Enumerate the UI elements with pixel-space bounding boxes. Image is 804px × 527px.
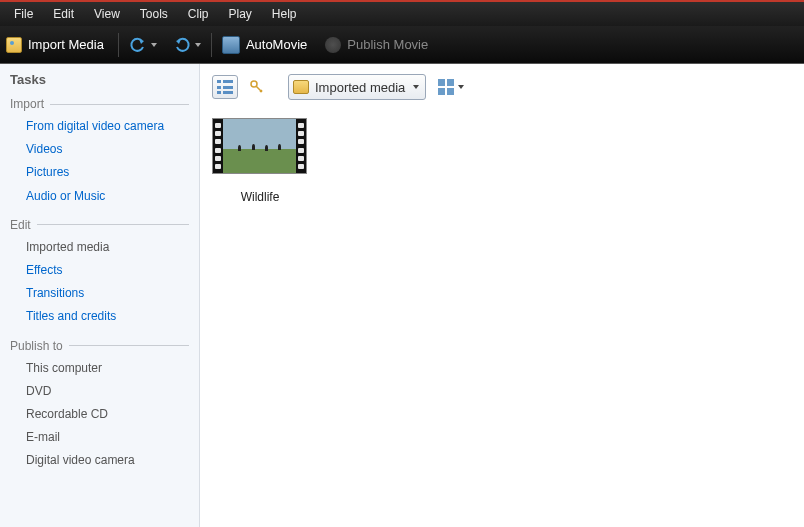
content-toolbar: Imported media [212, 74, 792, 100]
task-item[interactable]: Imported media [10, 236, 189, 259]
task-item[interactable]: Pictures [10, 161, 189, 184]
chevron-down-icon [413, 85, 419, 89]
task-item[interactable]: E-mail [10, 426, 189, 449]
clip-item[interactable]: Wildlife [212, 118, 308, 204]
chevron-down-icon [458, 85, 464, 89]
menu-edit[interactable]: Edit [43, 4, 84, 24]
thumbnails-icon [438, 79, 454, 95]
clip-label: Wildlife [212, 190, 308, 204]
task-item[interactable]: This computer [10, 357, 189, 380]
toolbar-separator [211, 33, 212, 57]
automovie-button[interactable]: AutoMovie [222, 36, 311, 54]
publish-movie-button[interactable]: Publish Movie [325, 37, 432, 53]
task-item[interactable]: Recordable CD [10, 403, 189, 426]
main-area: Tasks ImportFrom digital video cameraVid… [0, 64, 804, 527]
location-dropdown-label: Imported media [315, 80, 405, 95]
redo-icon [173, 36, 191, 54]
task-group-header: Edit [10, 218, 189, 232]
view-switcher[interactable] [438, 79, 464, 95]
import-media-button[interactable]: Import Media [6, 37, 108, 53]
import-media-label: Import Media [24, 37, 108, 52]
menu-clip[interactable]: Clip [178, 4, 219, 24]
divider [50, 104, 189, 105]
location-dropdown[interactable]: Imported media [288, 74, 426, 100]
redo-button[interactable] [173, 36, 201, 54]
task-group-label: Import [10, 97, 44, 111]
undo-dropdown-icon[interactable] [151, 43, 157, 47]
split-icon [249, 79, 265, 95]
undo-icon [129, 36, 147, 54]
details-icon [217, 80, 233, 94]
tasks-title: Tasks [10, 72, 189, 87]
task-item[interactable]: Digital video camera [10, 449, 189, 472]
menu-help[interactable]: Help [262, 4, 307, 24]
task-item[interactable]: Audio or Music [10, 185, 189, 208]
menubar: File Edit View Tools Clip Play Help [0, 2, 804, 26]
task-group-header: Publish to [10, 339, 189, 353]
toolbar-separator [118, 33, 119, 57]
content-pane: Imported media Wildlife [200, 64, 804, 527]
task-item[interactable]: Effects [10, 259, 189, 282]
redo-dropdown-icon[interactable] [195, 43, 201, 47]
split-button[interactable] [244, 75, 270, 99]
menu-tools[interactable]: Tools [130, 4, 178, 24]
automovie-icon [222, 36, 240, 54]
import-media-icon [6, 37, 22, 53]
divider [69, 345, 189, 346]
tasks-sidebar: Tasks ImportFrom digital video cameraVid… [0, 64, 200, 527]
publish-movie-icon [325, 37, 341, 53]
menu-view[interactable]: View [84, 4, 130, 24]
task-group-header: Import [10, 97, 189, 111]
task-item[interactable]: Videos [10, 138, 189, 161]
divider [37, 224, 189, 225]
task-item[interactable]: Titles and credits [10, 305, 189, 328]
view-details-button[interactable] [212, 75, 238, 99]
toolbar: Import Media AutoMovie Publish Movie [0, 26, 804, 64]
folder-icon [293, 80, 309, 94]
task-group-label: Edit [10, 218, 31, 232]
task-item[interactable]: DVD [10, 380, 189, 403]
publish-movie-label: Publish Movie [343, 37, 432, 52]
task-group-label: Publish to [10, 339, 63, 353]
task-item[interactable]: Transitions [10, 282, 189, 305]
task-item[interactable]: From digital video camera [10, 115, 189, 138]
menu-file[interactable]: File [4, 4, 43, 24]
menu-play[interactable]: Play [219, 4, 262, 24]
undo-button[interactable] [129, 36, 157, 54]
clips-area: Wildlife [212, 118, 792, 204]
clip-thumbnail [212, 118, 307, 174]
automovie-label: AutoMovie [242, 37, 311, 52]
